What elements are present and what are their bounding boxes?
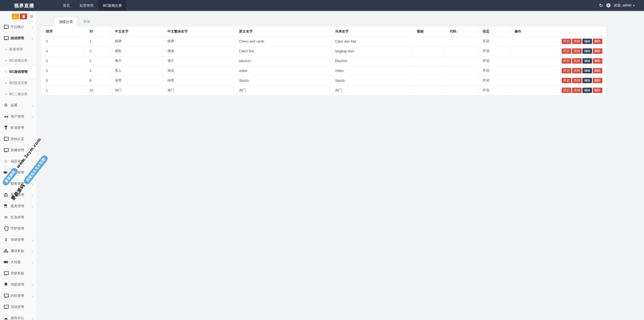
sidebar-item-game-management[interactable]: 游戏管理›: [0, 32, 36, 44]
table-row: 110热门热门热门热门开启开启关闭编辑删除: [41, 85, 606, 95]
enable-button[interactable]: 开启: [562, 68, 571, 73]
list-button[interactable]: ☰: [28, 13, 35, 19]
edit-button[interactable]: 编辑: [582, 58, 592, 63]
tab-add[interactable]: 添加: [83, 19, 90, 24]
sidebar-item-label: 直播管理: [11, 148, 24, 153]
desktop-icon: [3, 137, 8, 141]
delete-button[interactable]: 删除: [593, 68, 602, 73]
topbar-right: ↻ ☸ 欢迎, admin ▾: [599, 0, 644, 11]
cell-code: [444, 46, 477, 56]
sidebar-item-plugin-center[interactable]: 插件中心›: [0, 312, 36, 320]
sidebar-item-activity-management[interactable]: 活动管理: [0, 301, 36, 312]
sidebar-item-bc-bet-records[interactable]: ▸BC投注记录: [0, 77, 36, 88]
top-nav-item-home[interactable]: 首页: [58, 0, 75, 11]
disable-button[interactable]: 关闭: [572, 88, 582, 93]
table-row: 21棋牌棋牌Chess and cardsCatur dan kad开启开启关闭…: [41, 36, 606, 46]
sidebar-item-content-management[interactable]: 内容管理›: [0, 290, 36, 301]
users-icon: [3, 115, 8, 118]
desktop-icon: [3, 148, 8, 152]
top-nav-item-lottery-management[interactable]: 彩票管理: [75, 0, 98, 11]
sidebar-item-video-management[interactable]: 视频管理›: [0, 167, 36, 178]
cell-en: Chess and cards: [234, 36, 330, 46]
sidebar-item-big-wheel[interactable]: 大转盘›: [0, 256, 36, 268]
cart-icon: [3, 204, 8, 208]
disable-button[interactable]: 关闭: [572, 68, 582, 73]
tab-top-category[interactable]: 顶级分类: [54, 17, 77, 27]
sidebar-item-prize-pool[interactable]: 奖池管理: [0, 122, 36, 133]
sidebar-item-identity-verify[interactable]: 身份认证: [0, 133, 36, 144]
sidebar-item-family-management[interactable]: 家族管理›: [0, 189, 36, 200]
shield-icon: [3, 226, 8, 230]
sidebar-item-user-management[interactable]: 用户管理›: [0, 111, 36, 122]
caret-down-icon[interactable]: ▾: [633, 4, 634, 7]
sidebar-item-settings[interactable]: 设置›: [0, 100, 36, 111]
disable-button[interactable]: 关闭: [572, 58, 582, 63]
wheel-avatar-icon[interactable]: ☸: [606, 3, 611, 9]
triangle-right-icon: ▸: [6, 93, 7, 95]
enable-button[interactable]: 开启: [562, 39, 571, 44]
edit-button[interactable]: 编辑: [582, 78, 592, 83]
enable-button[interactable]: 开启: [562, 78, 571, 83]
trash-icon: [22, 15, 25, 18]
sidebar-item-guardian-management[interactable]: 守护管理: [0, 223, 36, 234]
delete-button[interactable]: 删除: [593, 39, 602, 44]
list-icon: ☰: [30, 15, 33, 18]
delete-button[interactable]: 删除: [593, 58, 602, 63]
sidebar-item-login-rewards[interactable]: 登录奖励: [0, 268, 36, 279]
edit-button[interactable]: 编辑: [582, 88, 592, 93]
bell-icon: [3, 282, 8, 286]
chevron-right-icon: ›: [32, 204, 33, 208]
refresh-icon[interactable]: ↻: [599, 3, 603, 8]
sidebar-item-finance-management[interactable]: 财务管理›: [0, 178, 36, 189]
cell-tw: 体育: [162, 76, 234, 85]
sidebar-item-bc-game-category[interactable]: ▸BC游戏分类: [0, 55, 36, 66]
sidebar-item-label: 平台统计: [11, 25, 24, 29]
sidebar-item-bc-game-management[interactable]: ▸BC游戏管理: [0, 66, 36, 77]
disable-button[interactable]: 关闭: [572, 48, 582, 53]
column-header: 英文名字: [234, 27, 330, 36]
gear-icon: [3, 103, 8, 107]
sidebar-item-label: 消息管理: [11, 282, 24, 287]
column-header: 排序: [41, 27, 84, 36]
chevron-right-icon: ›: [32, 25, 33, 29]
sidebar-item-message-management[interactable]: 消息管理›: [0, 279, 36, 290]
top-nav-item-bc-game-category[interactable]: BC游戏分类: [98, 0, 127, 11]
edit-button[interactable]: 编辑: [582, 39, 592, 44]
sidebar-item-label: 动态管理: [11, 159, 24, 164]
cell-actions: 开启关闭编辑删除: [509, 46, 606, 56]
sidebar-item-redpacket-management[interactable]: 红包管理: [0, 212, 36, 223]
sidebar-item-invite-rewards[interactable]: 邀请奖励›: [0, 245, 36, 256]
sidebar-item-platform-stats[interactable]: 平台统计›: [0, 21, 36, 32]
cell-sort: 5: [41, 66, 84, 76]
cell-my: 热门: [330, 85, 412, 95]
sidebar-item-props-management[interactable]: 道具管理›: [0, 200, 36, 212]
sidebar-item-label: 财务管理: [11, 181, 24, 186]
enable-button[interactable]: 开启: [562, 88, 571, 93]
table-row: 33电子電子electronElectron开启开启关闭编辑删除: [41, 56, 606, 66]
cell-id: 4: [84, 66, 110, 76]
disable-button[interactable]: 关闭: [572, 78, 582, 83]
disable-button[interactable]: 关闭: [572, 39, 582, 44]
sidebar-item-label: 插件中心: [11, 316, 24, 320]
trash-button[interactable]: [20, 13, 27, 19]
cell-cn: 捕鱼: [110, 46, 162, 56]
cell-tw: 捕魚: [162, 46, 234, 56]
sidebar-item-bc-subcategory[interactable]: ▸BC二级分类: [0, 88, 36, 100]
edit-button[interactable]: 编辑: [582, 48, 592, 53]
sidebar-item-live-management[interactable]: 直播管理: [0, 144, 36, 156]
sidebar-item-level-management[interactable]: 等级管理›: [0, 234, 36, 245]
sidebar-item-moments-management[interactable]: 动态管理›: [0, 156, 36, 167]
table-row: 54真人視訊videoVideo开启开启关闭编辑删除: [41, 66, 606, 76]
home-button[interactable]: ⌂: [12, 13, 19, 19]
enable-button[interactable]: 开启: [562, 58, 571, 63]
sidebar-item-lottery-management[interactable]: ▸彩票管理: [0, 44, 36, 55]
welcome-text[interactable]: 欢迎, admin: [614, 3, 632, 8]
delete-button[interactable]: 删除: [593, 88, 602, 93]
cell-my: tangkap ikan: [330, 46, 412, 56]
enable-button[interactable]: 开启: [562, 48, 571, 53]
delete-button[interactable]: 删除: [593, 78, 602, 83]
cell-tw: 視訊: [162, 66, 234, 76]
delete-button[interactable]: 删除: [593, 48, 602, 53]
edit-button[interactable]: 编辑: [582, 68, 592, 73]
chevron-right-icon: ›: [32, 36, 33, 40]
